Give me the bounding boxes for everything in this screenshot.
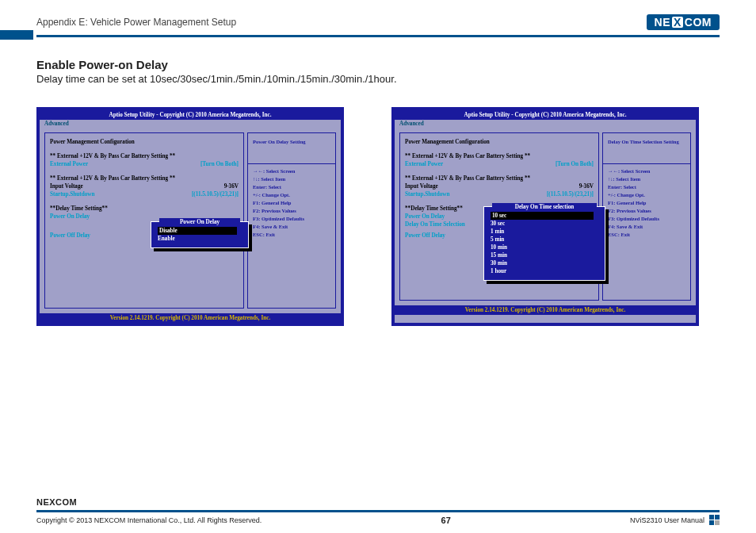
section-title: Enable Power-on Delay	[36, 58, 720, 71]
bios-panes: Aptio Setup Utility - Copyright (C) 2010…	[36, 107, 720, 326]
bios-tabs: Advanced	[40, 120, 341, 128]
popup-option[interactable]: 30 min	[491, 259, 594, 267]
nexcom-logo: NE X COM	[647, 14, 720, 30]
in-voltage-lbl: Input Voltage	[50, 182, 83, 190]
help-key: ↑↓: Select Item	[608, 175, 685, 183]
logo-part: COM	[685, 17, 712, 28]
startup-val[interactable]: [(11.5.10.5)/(23,21)]	[192, 190, 239, 198]
in-voltage-val: 9-36V	[224, 182, 239, 190]
page-header: Appendix E: Vehicle Power Management Set…	[36, 14, 720, 30]
help-title: Delay On Time Selection Setting	[608, 138, 685, 146]
help-key: ESC: Exit	[253, 231, 330, 239]
popup-option-enable[interactable]: Enable	[158, 235, 237, 243]
popup-option[interactable]: 10 min	[491, 243, 594, 251]
popup-option[interactable]: 1 min	[491, 228, 594, 236]
help-key: F3: Optimized Defaults	[608, 215, 685, 223]
help-key: F3: Optimized Defaults	[253, 215, 330, 223]
help-key: Enter: Select	[608, 183, 685, 191]
startup-val[interactable]: [(11.5.10.5)/(23,21)]	[547, 190, 594, 198]
delay-header: **Delay Time Setting**	[50, 205, 239, 213]
help-key: F1: General Help	[608, 199, 685, 207]
bios-right-col: Delay On Time Selection Setting →←: Sele…	[602, 132, 691, 301]
popup-option[interactable]: 30 sec	[491, 220, 594, 228]
pon-delay-lbl[interactable]: Power On Delay	[405, 213, 445, 220]
help-key: →←: Select Screen	[253, 167, 330, 175]
popup-title: Power On Delay	[159, 218, 240, 226]
footer-logo: NEXCOM	[36, 497, 77, 507]
logo-part: NE	[655, 17, 670, 28]
bios-screen-left: Aptio Setup Utility - Copyright (C) 2010…	[36, 107, 344, 326]
in-voltage-val: 9-36V	[579, 182, 594, 190]
corner-icon	[709, 515, 720, 525]
bios-right-col: Power On Delay Setting →←: Select Screen…	[247, 132, 336, 309]
help-key: F4: Save & Exit	[253, 223, 330, 231]
startup-lbl[interactable]: Startup.Shutdown	[405, 190, 450, 198]
bios-footer: Version 2.14.1219. Copyright (C) 2010 Am…	[40, 313, 341, 323]
delay-on-sel-lbl[interactable]: Delay On Time Selection	[405, 220, 465, 228]
popup-option[interactable]: 5 min	[491, 236, 594, 243]
tab-advanced[interactable]: Advanced	[44, 120, 69, 128]
battery-header: ** External +12V & By Pass Car Battery S…	[50, 152, 239, 160]
help-key: Enter: Select	[253, 183, 330, 191]
ext-power-val[interactable]: [Turn On Both]	[556, 160, 594, 168]
help-key: F2: Previous Values	[608, 207, 685, 215]
cfg-header: Power Management Configuration	[50, 138, 239, 146]
ext-power-lbl[interactable]: External Power	[405, 160, 443, 168]
popup-option-disable[interactable]: Disable	[158, 227, 237, 235]
poff-delay-lbl[interactable]: Power Off Delay	[50, 232, 90, 240]
bios-footer: Version 2.14.1219. Copyright (C) 2010 Am…	[395, 305, 696, 315]
footer-copyright: Copyright © 2013 NEXCOM International Co…	[36, 516, 262, 524]
volt-header: ** External +12V & By Pass Car Battery S…	[50, 174, 239, 182]
power-on-delay-popup[interactable]: Power On Delay Disable Enable	[151, 221, 249, 248]
bios-title: Aptio Setup Utility - Copyright (C) 2010…	[395, 110, 696, 120]
appendix-title: Appendix E: Vehicle Power Management Set…	[36, 17, 236, 28]
in-voltage-lbl: Input Voltage	[405, 182, 438, 190]
header-rule	[36, 35, 720, 37]
tab-advanced[interactable]: Advanced	[399, 120, 424, 128]
bios-screen-right: Aptio Setup Utility - Copyright (C) 2010…	[391, 107, 699, 326]
volt-header: ** External +12V & By Pass Car Battery S…	[405, 174, 594, 182]
poff-delay-lbl[interactable]: Power Off Delay	[405, 232, 445, 240]
footer-page-num: 67	[441, 516, 451, 525]
startup-lbl[interactable]: Startup.Shutdown	[50, 190, 95, 198]
battery-header: ** External +12V & By Pass Car Battery S…	[405, 152, 594, 160]
help-key: F4: Save & Exit	[608, 223, 685, 231]
help-key: →←: Select Screen	[608, 167, 685, 175]
bios-tabs: Advanced	[395, 120, 696, 128]
help-key: F2: Previous Values	[253, 207, 330, 215]
popup-option[interactable]: 15 min	[491, 251, 594, 259]
footer-doc: NViS2310 User Manual	[630, 516, 704, 524]
help-title: Power On Delay Setting	[253, 138, 330, 146]
section-desc: Delay time can be set at 10sec/30sec/1mi…	[36, 73, 720, 85]
help-key: +/-: Change Opt.	[253, 191, 330, 199]
logo-part-x: X	[672, 17, 683, 28]
popup-title: Delay On Time selection	[492, 203, 597, 211]
help-key: +/-: Change Opt.	[608, 191, 685, 199]
help-key: F1: General Help	[253, 199, 330, 207]
ext-power-val[interactable]: [Turn On Both]	[200, 160, 239, 168]
pon-delay-lbl[interactable]: Power On Delay	[50, 213, 90, 220]
ext-power-lbl[interactable]: External Power	[50, 160, 88, 168]
delay-time-popup[interactable]: Delay On Time selection 10 sec 30 sec 1 …	[483, 206, 605, 281]
cfg-header: Power Management Configuration	[405, 138, 594, 146]
bios-title: Aptio Setup Utility - Copyright (C) 2010…	[40, 110, 341, 120]
help-key: ↑↓: Select Item	[253, 175, 330, 183]
page-footer: NEXCOM Copyright © 2013 NEXCOM Internati…	[36, 497, 720, 525]
popup-option[interactable]: 1 hour	[491, 267, 594, 275]
popup-option[interactable]: 10 sec	[491, 212, 594, 220]
help-key: ESC: Exit	[608, 231, 685, 239]
